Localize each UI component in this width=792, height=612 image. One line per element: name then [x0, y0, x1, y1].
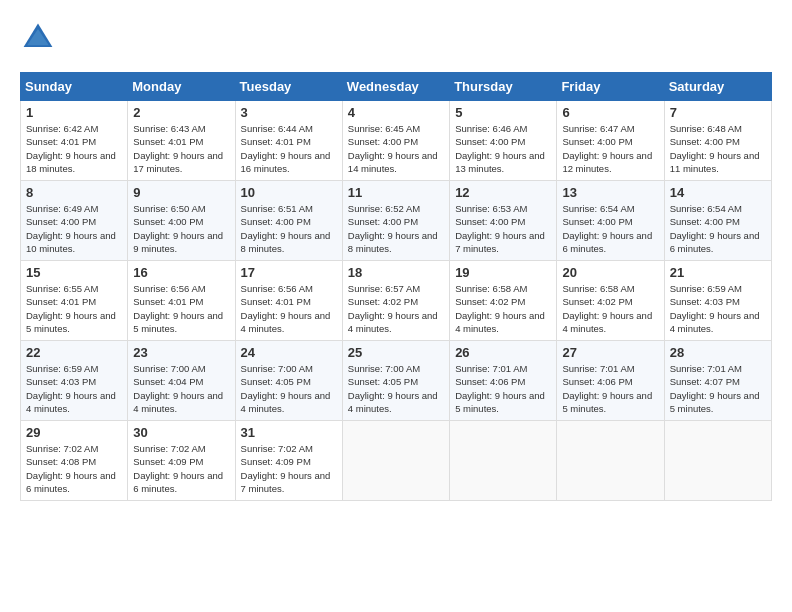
- calendar-day-cell: 4Sunrise: 6:45 AMSunset: 4:00 PMDaylight…: [342, 101, 449, 181]
- day-number: 3: [241, 105, 337, 120]
- day-number: 13: [562, 185, 658, 200]
- day-info: Sunrise: 7:01 AMSunset: 4:06 PMDaylight:…: [455, 362, 551, 415]
- day-number: 24: [241, 345, 337, 360]
- calendar-week-row: 15Sunrise: 6:55 AMSunset: 4:01 PMDayligh…: [21, 261, 772, 341]
- day-info: Sunrise: 6:56 AMSunset: 4:01 PMDaylight:…: [133, 282, 229, 335]
- day-number: 4: [348, 105, 444, 120]
- calendar-day-header: Saturday: [664, 73, 771, 101]
- calendar-day-cell: 8Sunrise: 6:49 AMSunset: 4:00 PMDaylight…: [21, 181, 128, 261]
- calendar-day-cell: [557, 421, 664, 501]
- calendar-day-cell: 26Sunrise: 7:01 AMSunset: 4:06 PMDayligh…: [450, 341, 557, 421]
- calendar-body: 1Sunrise: 6:42 AMSunset: 4:01 PMDaylight…: [21, 101, 772, 501]
- day-number: 22: [26, 345, 122, 360]
- calendar-day-cell: 3Sunrise: 6:44 AMSunset: 4:01 PMDaylight…: [235, 101, 342, 181]
- page-header: [20, 20, 772, 56]
- day-number: 12: [455, 185, 551, 200]
- day-number: 19: [455, 265, 551, 280]
- calendar-day-cell: 21Sunrise: 6:59 AMSunset: 4:03 PMDayligh…: [664, 261, 771, 341]
- calendar-day-cell: [342, 421, 449, 501]
- day-number: 9: [133, 185, 229, 200]
- calendar-day-cell: 15Sunrise: 6:55 AMSunset: 4:01 PMDayligh…: [21, 261, 128, 341]
- day-info: Sunrise: 6:58 AMSunset: 4:02 PMDaylight:…: [455, 282, 551, 335]
- calendar-day-cell: 20Sunrise: 6:58 AMSunset: 4:02 PMDayligh…: [557, 261, 664, 341]
- calendar-day-cell: 19Sunrise: 6:58 AMSunset: 4:02 PMDayligh…: [450, 261, 557, 341]
- day-info: Sunrise: 7:02 AMSunset: 4:09 PMDaylight:…: [133, 442, 229, 495]
- day-info: Sunrise: 6:51 AMSunset: 4:00 PMDaylight:…: [241, 202, 337, 255]
- logo-icon: [20, 20, 56, 56]
- day-info: Sunrise: 6:43 AMSunset: 4:01 PMDaylight:…: [133, 122, 229, 175]
- day-number: 28: [670, 345, 766, 360]
- day-number: 27: [562, 345, 658, 360]
- day-number: 26: [455, 345, 551, 360]
- calendar-day-cell: 2Sunrise: 6:43 AMSunset: 4:01 PMDaylight…: [128, 101, 235, 181]
- calendar-day-cell: 30Sunrise: 7:02 AMSunset: 4:09 PMDayligh…: [128, 421, 235, 501]
- day-number: 16: [133, 265, 229, 280]
- calendar-day-cell: 1Sunrise: 6:42 AMSunset: 4:01 PMDaylight…: [21, 101, 128, 181]
- calendar-week-row: 1Sunrise: 6:42 AMSunset: 4:01 PMDaylight…: [21, 101, 772, 181]
- day-number: 2: [133, 105, 229, 120]
- day-info: Sunrise: 6:52 AMSunset: 4:00 PMDaylight:…: [348, 202, 444, 255]
- day-number: 14: [670, 185, 766, 200]
- calendar-day-cell: [450, 421, 557, 501]
- day-info: Sunrise: 6:54 AMSunset: 4:00 PMDaylight:…: [670, 202, 766, 255]
- calendar-day-cell: 11Sunrise: 6:52 AMSunset: 4:00 PMDayligh…: [342, 181, 449, 261]
- day-number: 31: [241, 425, 337, 440]
- day-info: Sunrise: 6:56 AMSunset: 4:01 PMDaylight:…: [241, 282, 337, 335]
- day-number: 25: [348, 345, 444, 360]
- day-number: 17: [241, 265, 337, 280]
- calendar-table: SundayMondayTuesdayWednesdayThursdayFrid…: [20, 72, 772, 501]
- calendar-day-cell: 16Sunrise: 6:56 AMSunset: 4:01 PMDayligh…: [128, 261, 235, 341]
- calendar-day-header: Tuesday: [235, 73, 342, 101]
- calendar-day-cell: 18Sunrise: 6:57 AMSunset: 4:02 PMDayligh…: [342, 261, 449, 341]
- calendar-day-cell: 13Sunrise: 6:54 AMSunset: 4:00 PMDayligh…: [557, 181, 664, 261]
- day-info: Sunrise: 7:02 AMSunset: 4:09 PMDaylight:…: [241, 442, 337, 495]
- calendar-day-header: Sunday: [21, 73, 128, 101]
- day-info: Sunrise: 6:58 AMSunset: 4:02 PMDaylight:…: [562, 282, 658, 335]
- day-info: Sunrise: 7:00 AMSunset: 4:05 PMDaylight:…: [241, 362, 337, 415]
- calendar-day-cell: 7Sunrise: 6:48 AMSunset: 4:00 PMDaylight…: [664, 101, 771, 181]
- calendar-week-row: 22Sunrise: 6:59 AMSunset: 4:03 PMDayligh…: [21, 341, 772, 421]
- calendar-day-header: Monday: [128, 73, 235, 101]
- day-number: 1: [26, 105, 122, 120]
- day-info: Sunrise: 6:59 AMSunset: 4:03 PMDaylight:…: [670, 282, 766, 335]
- day-info: Sunrise: 6:59 AMSunset: 4:03 PMDaylight:…: [26, 362, 122, 415]
- calendar-day-cell: [664, 421, 771, 501]
- day-info: Sunrise: 6:55 AMSunset: 4:01 PMDaylight:…: [26, 282, 122, 335]
- day-info: Sunrise: 6:45 AMSunset: 4:00 PMDaylight:…: [348, 122, 444, 175]
- day-info: Sunrise: 6:42 AMSunset: 4:01 PMDaylight:…: [26, 122, 122, 175]
- calendar-day-cell: 23Sunrise: 7:00 AMSunset: 4:04 PMDayligh…: [128, 341, 235, 421]
- calendar-day-cell: 17Sunrise: 6:56 AMSunset: 4:01 PMDayligh…: [235, 261, 342, 341]
- day-number: 29: [26, 425, 122, 440]
- calendar-day-cell: 12Sunrise: 6:53 AMSunset: 4:00 PMDayligh…: [450, 181, 557, 261]
- day-number: 20: [562, 265, 658, 280]
- calendar-week-row: 8Sunrise: 6:49 AMSunset: 4:00 PMDaylight…: [21, 181, 772, 261]
- day-info: Sunrise: 6:44 AMSunset: 4:01 PMDaylight:…: [241, 122, 337, 175]
- day-number: 5: [455, 105, 551, 120]
- calendar-day-cell: 22Sunrise: 6:59 AMSunset: 4:03 PMDayligh…: [21, 341, 128, 421]
- calendar-day-cell: 24Sunrise: 7:00 AMSunset: 4:05 PMDayligh…: [235, 341, 342, 421]
- day-info: Sunrise: 6:48 AMSunset: 4:00 PMDaylight:…: [670, 122, 766, 175]
- day-number: 15: [26, 265, 122, 280]
- day-number: 10: [241, 185, 337, 200]
- calendar-day-cell: 29Sunrise: 7:02 AMSunset: 4:08 PMDayligh…: [21, 421, 128, 501]
- day-number: 8: [26, 185, 122, 200]
- calendar-day-cell: 27Sunrise: 7:01 AMSunset: 4:06 PMDayligh…: [557, 341, 664, 421]
- day-info: Sunrise: 7:00 AMSunset: 4:04 PMDaylight:…: [133, 362, 229, 415]
- day-info: Sunrise: 7:01 AMSunset: 4:07 PMDaylight:…: [670, 362, 766, 415]
- day-number: 23: [133, 345, 229, 360]
- calendar-day-cell: 6Sunrise: 6:47 AMSunset: 4:00 PMDaylight…: [557, 101, 664, 181]
- day-number: 18: [348, 265, 444, 280]
- calendar-day-header: Thursday: [450, 73, 557, 101]
- day-info: Sunrise: 7:02 AMSunset: 4:08 PMDaylight:…: [26, 442, 122, 495]
- day-info: Sunrise: 6:50 AMSunset: 4:00 PMDaylight:…: [133, 202, 229, 255]
- calendar-day-cell: 28Sunrise: 7:01 AMSunset: 4:07 PMDayligh…: [664, 341, 771, 421]
- day-number: 21: [670, 265, 766, 280]
- calendar-header-row: SundayMondayTuesdayWednesdayThursdayFrid…: [21, 73, 772, 101]
- day-info: Sunrise: 6:47 AMSunset: 4:00 PMDaylight:…: [562, 122, 658, 175]
- day-info: Sunrise: 6:53 AMSunset: 4:00 PMDaylight:…: [455, 202, 551, 255]
- day-info: Sunrise: 7:00 AMSunset: 4:05 PMDaylight:…: [348, 362, 444, 415]
- calendar-day-cell: 9Sunrise: 6:50 AMSunset: 4:00 PMDaylight…: [128, 181, 235, 261]
- calendar-day-header: Wednesday: [342, 73, 449, 101]
- day-number: 30: [133, 425, 229, 440]
- calendar-day-header: Friday: [557, 73, 664, 101]
